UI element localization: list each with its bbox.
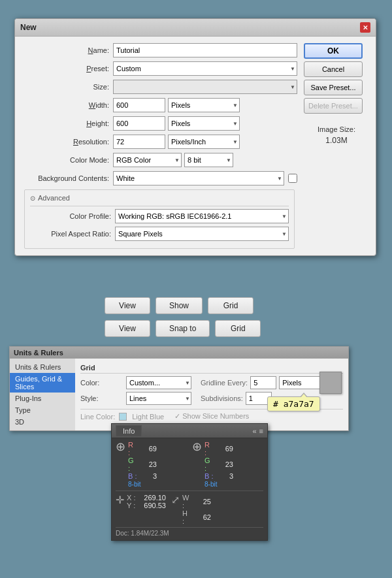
info-b-left: B : 3	[128, 472, 157, 480]
info-tabs: Info	[116, 425, 142, 436]
info-values-left: R : 69 G : 23 B : 3 8-bit	[128, 441, 157, 488]
info-g-left: G : 23	[128, 457, 157, 472]
snap-to-button[interactable]: Snap to	[155, 320, 210, 337]
height-unit-wrap: Pixels ▼	[168, 116, 240, 131]
color-mode-select-wrap: RGB Color ▼	[113, 153, 182, 167]
info-body: ⊕ R : 69 G : 23 B : 3 8-bit	[112, 438, 267, 540]
sidebar-item-units[interactable]: Units & Rulers	[10, 361, 75, 373]
info-coords: ✛ X : 269.10 Y : 690.53 ⤢ W :	[116, 494, 263, 525]
w-label: W :	[182, 494, 191, 509]
width-unit-select[interactable]: Pixels	[168, 98, 240, 112]
color-mode-row: Color Mode: RGB Color ▼ 8 bit ▼	[22, 153, 297, 167]
pixel-aspect-row: Pixel Aspect Ratio: Square Pixels ▼	[30, 227, 289, 241]
view-button-2[interactable]: View	[105, 320, 150, 337]
delete-preset-button[interactable]: Delete Preset...	[304, 98, 363, 114]
resolution-row: Resolution: Pixels/Inch ▼	[22, 135, 297, 149]
size-select[interactable]	[113, 80, 297, 94]
color-mode-label: Color Mode:	[22, 156, 113, 164]
size-label: Size:	[22, 83, 113, 91]
sidebar-item-plugins[interactable]: Plug-Ins	[10, 393, 75, 404]
preset-select[interactable]: Custom	[113, 61, 297, 76]
prefs-main: Grid Color: Custom... ▼ Gridline Every: …	[75, 359, 348, 430]
doc-info: Doc: 1.84M/22.3M	[116, 527, 263, 538]
grid-style-label: Style:	[80, 394, 126, 402]
dialog-body: Name: Preset: Custom ▼ Size:	[15, 37, 376, 255]
grid-style-select[interactable]: Lines	[126, 392, 191, 405]
color-swatch[interactable]	[319, 372, 342, 394]
height-unit-select[interactable]: Pixels	[168, 116, 240, 131]
b-label-right: B :	[204, 472, 214, 480]
info-menu-btn[interactable]: ≡	[259, 427, 263, 435]
color-profile-label: Color Profile:	[30, 212, 115, 220]
show-button[interactable]: Show	[155, 297, 203, 314]
info-r-left: R : 69	[128, 441, 157, 457]
eyedropper-right-icon: ⊕	[192, 441, 202, 453]
width-unit-wrap: Pixels ▼	[168, 98, 240, 112]
advanced-chevron-icon[interactable]: ⊙	[30, 195, 35, 202]
y-row: Y : 690.53	[127, 502, 166, 509]
name-label: Name:	[22, 46, 113, 54]
bg-row: Background Contents: White ▼	[22, 171, 297, 185]
dialog-titlebar: New ✕	[15, 19, 376, 37]
wh-group: ⤢ W : 25 H : 62	[171, 494, 211, 525]
info-panel: Info « ≡ ⊕ R : 69 G : 23	[111, 423, 268, 541]
preset-row: Preset: Custom ▼	[22, 61, 297, 76]
color-profile-select[interactable]: Working RGB: sRGB IEC61966-2.1	[115, 209, 289, 223]
sidebar-item-guides[interactable]: Guides, Grid & Slices	[10, 373, 75, 393]
sidebar-item-3d[interactable]: 3D	[10, 416, 75, 428]
name-input[interactable]	[113, 43, 297, 57]
grid-color-select[interactable]: Custom...	[126, 376, 191, 389]
bg-label: Background Contents:	[22, 174, 113, 182]
xy-values: X : 269.10 Y : 690.53	[127, 494, 166, 509]
g-val-left: 23	[139, 460, 157, 468]
grid-color-select-wrap: Custom... ▼	[126, 376, 191, 389]
height-input[interactable]	[113, 116, 165, 131]
g-val-right: 23	[215, 460, 233, 468]
pixel-aspect-select[interactable]: Square Pixels	[115, 227, 289, 241]
width-input[interactable]	[113, 98, 165, 112]
close-button[interactable]: ✕	[360, 22, 370, 33]
color-mode-select[interactable]: RGB Color	[113, 153, 182, 167]
view-button-1[interactable]: View	[105, 297, 150, 314]
h-row: H : 62	[182, 509, 211, 525]
size-row: Size: ▼	[22, 80, 297, 94]
grid-button-2[interactable]: Grid	[215, 320, 261, 337]
button-row-1: View Show Grid	[105, 297, 253, 314]
cancel-button[interactable]: Cancel	[304, 61, 363, 77]
advanced-label: Advanced	[38, 194, 70, 202]
bg-checkbox[interactable]	[288, 174, 297, 183]
b-label-left: B :	[128, 472, 137, 480]
color-profile-row: Color Profile: Working RGB: sRGB IEC6196…	[30, 209, 289, 223]
w-value: 25	[193, 498, 211, 506]
info-collapse-btn[interactable]: «	[252, 427, 256, 435]
info-g-right: G : 23	[204, 457, 233, 472]
gridline-label: Gridline Every:	[201, 379, 248, 387]
ok-button[interactable]: OK	[304, 43, 363, 59]
subdivisions-label: Subdivisions:	[201, 394, 243, 402]
pixel-aspect-label: Pixel Aspect Ratio:	[30, 230, 115, 238]
x-row: X : 269.10	[127, 494, 166, 502]
bg-select[interactable]: White	[113, 171, 284, 185]
gridline-input[interactable]	[250, 376, 276, 389]
r-label-left: R :	[128, 441, 137, 457]
color-depth-select[interactable]: 8 bit	[184, 153, 233, 167]
info-b-right: B : 3	[204, 472, 233, 480]
save-preset-button[interactable]: Save Preset...	[304, 80, 363, 95]
image-size-label: Image Size:	[304, 125, 369, 133]
resolution-unit-select[interactable]: Pixels/Inch	[168, 135, 240, 149]
slice-color-swatch	[119, 413, 127, 421]
resolution-input[interactable]	[113, 135, 165, 149]
prefs-panel: Units & Rulers Units & Rulers Guides, Gr…	[9, 346, 349, 431]
g-label-right: G :	[204, 457, 214, 472]
sidebar-item-type[interactable]: Type	[10, 404, 75, 416]
height-label: Height:	[22, 120, 113, 127]
grid-button-1[interactable]: Grid	[208, 297, 253, 314]
preset-label: Preset:	[22, 65, 113, 72]
gridline-unit-select[interactable]: Pixels	[279, 376, 325, 389]
prefs-title: Units & Rulers	[14, 349, 63, 357]
info-controls: « ≡	[252, 427, 263, 435]
button-row-2: View Snap to Grid	[105, 320, 261, 337]
color-swatch-container: # a7a7a7	[319, 372, 342, 394]
g-label-left: G :	[128, 457, 137, 472]
info-tab[interactable]: Info	[116, 425, 142, 436]
